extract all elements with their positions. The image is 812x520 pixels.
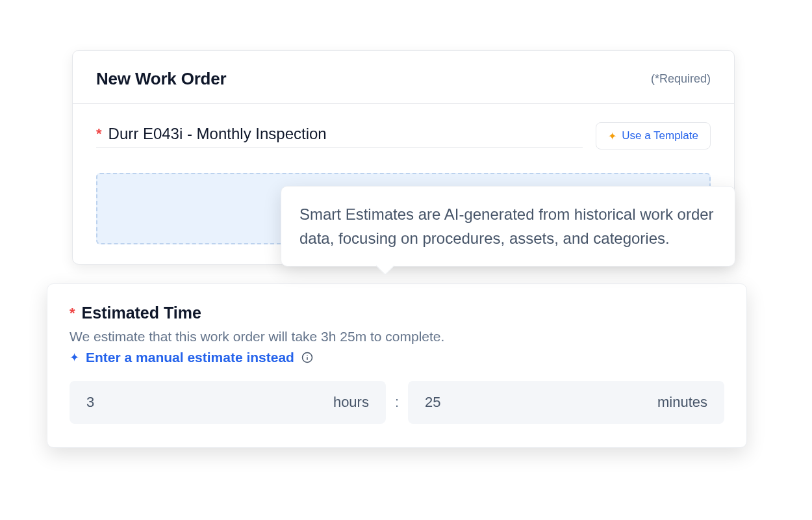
tooltip-arrow-icon <box>376 257 394 275</box>
time-separator: : <box>395 394 399 411</box>
hours-box: hours <box>70 381 386 424</box>
title-input-wrap: * <box>96 125 583 148</box>
use-template-button[interactable]: ✦ Use a Template <box>596 122 711 150</box>
svg-point-2 <box>307 355 308 356</box>
tooltip-text: Smart Estimates are AI-generated from hi… <box>299 205 714 247</box>
hours-unit-label: hours <box>333 394 369 411</box>
card-header: New Work Order (*Required) <box>73 51 734 104</box>
minutes-box: minutes <box>408 381 724 424</box>
estimate-subtext: We estimate that this work order will ta… <box>70 329 724 344</box>
estimate-header: * Estimated Time <box>70 304 724 322</box>
minutes-input[interactable] <box>425 394 477 411</box>
manual-estimate-link[interactable]: Enter a manual estimate instead <box>86 350 294 365</box>
hours-input[interactable] <box>86 394 138 411</box>
smart-estimate-tooltip: Smart Estimates are AI-generated from hi… <box>281 186 735 266</box>
work-order-title-input[interactable] <box>108 125 583 143</box>
use-template-label: Use a Template <box>622 129 698 142</box>
time-input-row: hours : minutes <box>70 381 724 424</box>
page-title: New Work Order <box>96 69 226 89</box>
estimate-title: Estimated Time <box>82 304 201 322</box>
info-icon[interactable] <box>301 351 314 364</box>
estimated-time-card: * Estimated Time We estimate that this w… <box>47 283 747 448</box>
required-star-icon: * <box>96 125 102 142</box>
required-hint: (*Required) <box>651 72 711 86</box>
title-row: * ✦ Use a Template <box>96 122 711 150</box>
sparkle-icon: ✦ <box>608 130 616 142</box>
manual-estimate-row: ✦ Enter a manual estimate instead <box>70 350 314 365</box>
minutes-unit-label: minutes <box>657 394 707 411</box>
required-star-icon: * <box>70 305 75 322</box>
sparkle-icon: ✦ <box>70 350 79 365</box>
